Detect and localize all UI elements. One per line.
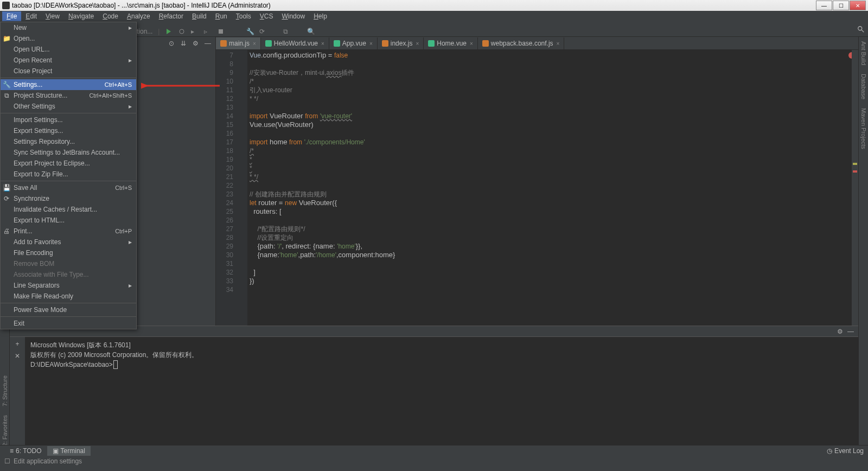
menu-navigate[interactable]: Navigate [64,11,98,21]
editor-tab-webpack-base-conf-js[interactable]: webpack.base.conf.js× [478,37,565,49]
locate-icon[interactable]: ⊙ [169,40,176,47]
menu-item-export-to-html[interactable]: Export to HTML... [1,215,136,226]
menu-item-settings[interactable]: 🔧Settings...Ctrl+Alt+S [1,79,136,90]
svg-rect-6 [265,40,272,47]
menu-item-label: Add to Favorites [14,238,61,246]
close-button[interactable]: ✕ [850,1,866,10]
stop-icon[interactable] [217,28,225,35]
collapse-icon[interactable]: ⇊ [181,40,188,47]
menu-help[interactable]: Help [309,11,331,21]
menu-item-label: Sync Settings to JetBrains Account... [14,149,120,156]
menu-item-label: Save All [14,184,37,192]
tab-close-icon[interactable]: × [369,41,373,47]
menu-item-settings-repository[interactable]: Settings Repository... [1,136,136,147]
event-log-tab[interactable]: Event Log [834,447,864,455]
menu-item-export-settings[interactable]: Export Settings... [1,125,136,136]
editor-tab-index-js[interactable]: index.js× [378,37,424,49]
svg-rect-9 [428,40,435,47]
favorites-tool-button[interactable]: 2: Favorites [1,411,9,450]
ant-build-tool-button[interactable]: Ant Build [859,37,868,69]
menu-item-add-to-favorites[interactable]: Add to Favorites▸ [1,237,136,247]
search-icon[interactable] [857,26,865,33]
menu-item-power-save-mode[interactable]: Power Save Mode [1,304,136,315]
todo-tab[interactable]: ≡ 6: TODO [4,446,47,456]
terminal-sidebar: + ✕ [10,337,25,445]
close-terminal-icon[interactable]: ✕ [15,352,20,360]
menu-item-file-encoding[interactable]: File Encoding [1,247,136,258]
menu-item-label: Open URL... [14,46,50,53]
statusbar-icon[interactable]: ☐ [4,457,10,465]
menu-item-sync-settings-to-jetbrains-account[interactable]: Sync Settings to JetBrains Account... [1,147,136,158]
terminal-line: D:\IDEAWorkSpace\taobao> [30,360,853,370]
gear-icon[interactable]: ⚙ [193,40,200,47]
maven-tool-button[interactable]: Maven Projects [859,104,868,154]
annotation-arrow [141,80,222,91]
menu-item-synchronize[interactable]: ⟳Synchronize [1,193,136,204]
menu-item-export-to-zip-file[interactable]: Export to Zip File... [1,169,136,180]
menu-item-project-structure[interactable]: ⧉Project Structure...Ctrl+Alt+Shift+S [1,90,136,101]
menu-item-open-recent[interactable]: Open Recent▸ [1,55,136,66]
minimize-button[interactable]: — [816,1,832,10]
wrench-icon: 🔧 [3,81,10,88]
terminal-content[interactable]: Microsoft Windows [版本 6.1.7601]版权所有 (c) … [25,337,858,445]
menu-code[interactable]: Code [98,11,123,21]
tab-close-icon[interactable]: × [416,41,419,47]
svg-rect-5 [220,40,227,47]
tab-close-icon[interactable]: × [253,41,256,47]
menu-item-invalidate-caches-restart[interactable]: Invalidate Caches / Restart... [1,204,136,215]
svg-point-0 [858,26,862,30]
menu-item-export-project-to-eclipse[interactable]: Export Project to Eclipse... [1,158,136,169]
tab-close-icon[interactable]: × [557,41,560,47]
menu-item-exit[interactable]: Exit [1,318,136,329]
menu-item-print[interactable]: 🖨Print...Ctrl+P [1,226,136,237]
menu-file[interactable]: File [2,11,21,21]
menu-item-label: Export Settings... [14,127,63,135]
add-terminal-icon[interactable]: + [15,340,19,348]
menu-item-line-separators[interactable]: Line Separators▸ [1,280,136,291]
menu-item-open-url[interactable]: Open URL... [1,44,136,55]
menu-item-make-file-read-only[interactable]: Make File Read-only [1,291,136,302]
menu-tools[interactable]: Tools [232,11,256,21]
structure-icon[interactable]: ⧉ [283,28,291,35]
editor-tab-Home-vue[interactable]: Home.vue× [424,37,478,49]
wrench-icon[interactable]: 🔧 [246,28,254,35]
maximize-button[interactable]: ☐ [833,1,849,10]
menu-analyze[interactable]: Analyze [123,11,155,21]
tab-label: Home.vue [437,40,467,47]
menu-item-label: Print... [14,227,33,235]
editor-tab-HelloWorld-vue[interactable]: HelloWorld.vue× [261,37,329,49]
hide-icon[interactable]: — [205,40,212,47]
tab-close-icon[interactable]: × [470,41,473,47]
menu-item-new[interactable]: New▸ [1,22,136,33]
menu-vcs[interactable]: VCS [256,11,278,21]
menu-item-other-settings[interactable]: Other Settings▸ [1,101,136,112]
structure-tool-button[interactable]: 7: Structure [1,371,9,411]
menu-item-save-all[interactable]: 💾Save AllCtrl+S [1,182,136,193]
terminal-tab[interactable]: ▣ Terminal [47,446,91,456]
profile-icon[interactable]: ▹ [204,28,212,35]
debug-icon[interactable] [178,28,186,35]
print-icon: 🖨 [3,227,10,235]
editor-tab-main-js[interactable]: main.js× [216,37,261,49]
terminal-settings-icon[interactable]: ⚙ [837,328,843,335]
coverage-icon[interactable]: ▸ [191,28,199,35]
menu-item-import-settings[interactable]: Import Settings... [1,114,136,125]
menu-item-label: Remove BOM [14,260,54,268]
menu-edit[interactable]: Edit [21,11,41,21]
menu-build[interactable]: Build [188,11,211,21]
editor-tab-App-vue[interactable]: App.vue× [329,37,378,49]
database-tool-button[interactable]: Database [859,69,868,104]
menu-view[interactable]: View [41,11,64,21]
menu-item-close-project[interactable]: Close Project [1,66,136,77]
menu-run[interactable]: Run [211,11,232,21]
tab-close-icon[interactable]: × [321,41,324,47]
sync-icon[interactable]: ⟳ [259,28,267,35]
menu-window[interactable]: Window [277,11,309,21]
run-icon[interactable] [165,28,173,35]
search-everywhere-icon[interactable]: 🔍 [307,28,315,35]
right-tool-gutter: Ant Build Database Maven Projects [858,37,868,456]
terminal-hide-icon[interactable]: — [847,328,854,335]
menu-refactor[interactable]: Refactor [155,11,188,21]
menu-shortcut: Ctrl+P [115,228,132,234]
menu-item-open[interactable]: 📁Open... [1,33,136,44]
